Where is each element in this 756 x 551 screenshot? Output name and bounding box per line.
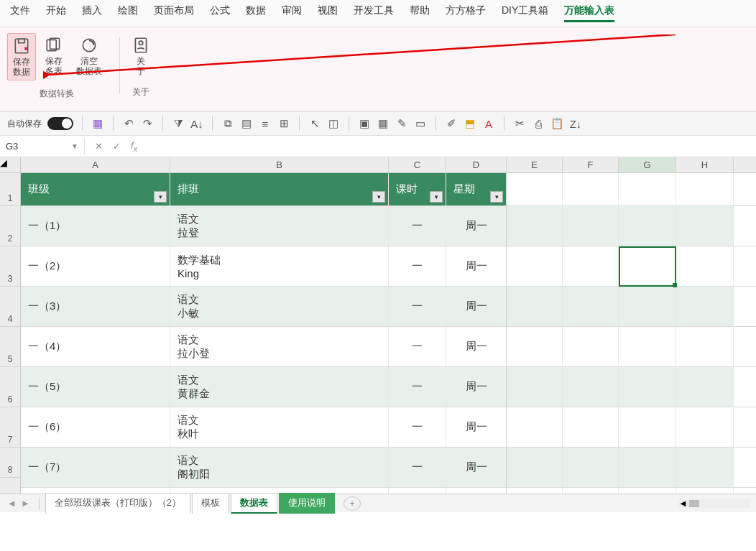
menu-tab[interactable]: DIY工具箱	[502, 4, 548, 22]
about-button[interactable]: 关于	[127, 33, 155, 79]
ribbon-group-label: 数据转换	[40, 85, 74, 104]
camera-icon[interactable]: ⎙	[532, 117, 545, 130]
header-class: 班级▾	[21, 173, 170, 205]
row-header[interactable]: 4	[0, 287, 20, 327]
menu-tab[interactable]: 方方格子	[446, 4, 486, 22]
menu-tab[interactable]: 公式	[210, 4, 230, 22]
table-row[interactable]: 一（7）语文阁初阳一周一	[21, 448, 756, 488]
align-icon[interactable]: ≡	[259, 117, 272, 130]
table-row[interactable]: 语文	[21, 488, 756, 494]
formula-bar-row: G3 ▼ ✕ ✓ fx	[0, 136, 756, 157]
table-row[interactable]: 一（3）语文小敏一周一	[21, 287, 756, 327]
column-header[interactable]: F	[563, 157, 619, 172]
menu-tab[interactable]: 文件	[10, 4, 30, 22]
filter-dropdown[interactable]: ▾	[490, 191, 503, 203]
menu-tab[interactable]: 数据	[246, 4, 266, 22]
save-icon[interactable]: ▦	[91, 117, 104, 130]
pointer-icon[interactable]: ↖	[308, 117, 321, 130]
quick-access-toolbar: 自动保存 ▦ ↶ ↷ ⧩ A↓ ⧉ ▤ ≡ ⊞ ↖ ◫ ▣ ▦ ✎ ▭ ✐ ⬒ …	[0, 112, 756, 136]
image-icon[interactable]: ▭	[414, 117, 427, 130]
undo-icon[interactable]: ↶	[122, 117, 135, 130]
sheet-tab[interactable]: 数据表	[231, 493, 277, 514]
cancel-icon[interactable]: ✕	[95, 141, 103, 152]
row-header[interactable]: 1	[0, 173, 20, 206]
redo-icon[interactable]: ↷	[141, 117, 154, 130]
confirm-icon[interactable]: ✓	[113, 141, 121, 152]
sort-icon[interactable]: A↓	[190, 117, 203, 130]
save-multi-button[interactable]: 保存多表	[40, 33, 68, 80]
draw-icon[interactable]: ✐	[445, 117, 458, 130]
formula-controls: ✕ ✓ fx	[85, 140, 147, 153]
chart-icon[interactable]: ▣	[358, 117, 371, 130]
cut-icon[interactable]: ✂	[513, 117, 526, 130]
paste-icon[interactable]: ▤	[240, 117, 253, 130]
save-multi-icon	[45, 36, 63, 55]
table-header-row: 班级▾ 排班▾ 课时▾ 星期▾	[21, 173, 756, 206]
spreadsheet-grid: ◢ 12345678 ABCDEFGH 班级▾ 排班▾ 课时▾ 星期▾ 一（1）…	[0, 157, 756, 494]
column-header[interactable]: E	[507, 157, 563, 172]
row-header[interactable]: 3	[0, 246, 20, 287]
sheet-tab-bar: ◄► 全部班级课表（打印版）（2）模板数据表使用说明 + ◄	[0, 494, 756, 512]
paint-icon[interactable]: ⬒	[464, 117, 476, 130]
filter-icon[interactable]: ⧩	[172, 117, 185, 130]
menu-tab[interactable]: 开发工具	[354, 4, 394, 22]
row-header[interactable]: 8	[0, 448, 20, 478]
column-header[interactable]: B	[170, 157, 389, 172]
clear-table-button[interactable]: 清空数据表	[72, 33, 106, 80]
sheet-nav[interactable]: ◄►	[7, 498, 30, 509]
sort-az-icon[interactable]: Z↓	[569, 117, 582, 130]
column-header[interactable]: G	[619, 157, 676, 172]
svg-rect-0	[15, 39, 27, 53]
autosave-label: 自动保存	[7, 118, 42, 130]
clipboard-icon[interactable]: 📋	[550, 117, 563, 130]
row-header[interactable]: 5	[0, 327, 20, 367]
svg-point-6	[139, 41, 142, 45]
add-sheet-button[interactable]: +	[344, 496, 361, 511]
filter-dropdown[interactable]: ▾	[154, 191, 167, 203]
filter-dropdown[interactable]: ▾	[372, 191, 385, 203]
save-data-button[interactable]: 保存数据	[7, 33, 36, 80]
column-header[interactable]: D	[446, 157, 507, 172]
menu-tab[interactable]: 审阅	[282, 4, 302, 22]
name-box[interactable]: G3 ▼	[0, 138, 85, 154]
table-row[interactable]: 一（6）语文秋叶一周一	[21, 407, 756, 448]
shape-icon[interactable]: ◫	[327, 117, 340, 130]
select-all-corner[interactable]: ◢	[0, 157, 20, 173]
table-row[interactable]: 一（2）数学基础King一周一	[21, 246, 756, 287]
menu-tab[interactable]: 帮助	[410, 4, 430, 22]
sheet-tab[interactable]: 使用说明	[279, 493, 335, 514]
group-icon[interactable]: ⊞	[277, 117, 290, 130]
autosave-toggle[interactable]	[47, 117, 73, 130]
column-header[interactable]: C	[389, 157, 446, 172]
menu-tab[interactable]: 页面布局	[154, 4, 194, 22]
fx-icon[interactable]: fx	[131, 140, 137, 153]
menu-tab[interactable]: 插入	[82, 4, 102, 22]
filter-dropdown[interactable]: ▾	[430, 191, 443, 203]
menu-tab[interactable]: 万能输入表	[564, 4, 614, 22]
row-headers: ◢ 12345678	[0, 157, 21, 494]
table-row[interactable]: 一（1）语文拉登一周一	[21, 206, 756, 246]
sheet-tab[interactable]: 模板	[192, 493, 229, 514]
table-row[interactable]: 一（4）语文拉小登一周一	[21, 327, 756, 367]
grid-body[interactable]: ABCDEFGH 班级▾ 排班▾ 课时▾ 星期▾ 一（1）语文拉登一周一一（2）…	[21, 157, 756, 494]
header-schedule: 排班▾	[170, 173, 389, 205]
horizontal-scrollbar[interactable]: ◄	[678, 499, 750, 508]
table-icon[interactable]: ▦	[377, 117, 389, 130]
row-header[interactable]: 2	[0, 206, 20, 246]
table-row[interactable]: 一（5）语文黄群金一周一	[21, 367, 756, 407]
column-header[interactable]: H	[676, 157, 734, 172]
chevron-down-icon: ▼	[71, 142, 78, 150]
font-color-icon[interactable]: A	[482, 117, 495, 130]
column-header[interactable]: A	[21, 157, 170, 172]
menu-tab[interactable]: 开始	[46, 4, 66, 22]
ribbon-group-data: 保存数据保存多表清空数据表 数据转换	[7, 33, 106, 111]
row-header[interactable]: 6	[0, 367, 20, 407]
row-header[interactable]: 7	[0, 407, 20, 448]
menu-tab[interactable]: 视图	[318, 4, 338, 22]
column-headers: ABCDEFGH	[21, 157, 756, 173]
svg-rect-1	[19, 39, 25, 42]
sheet-tab[interactable]: 全部班级课表（打印版）（2）	[45, 493, 190, 514]
copy-icon[interactable]: ⧉	[221, 117, 234, 130]
menu-tab[interactable]: 绘图	[118, 4, 138, 22]
style-icon[interactable]: ✎	[395, 117, 408, 130]
